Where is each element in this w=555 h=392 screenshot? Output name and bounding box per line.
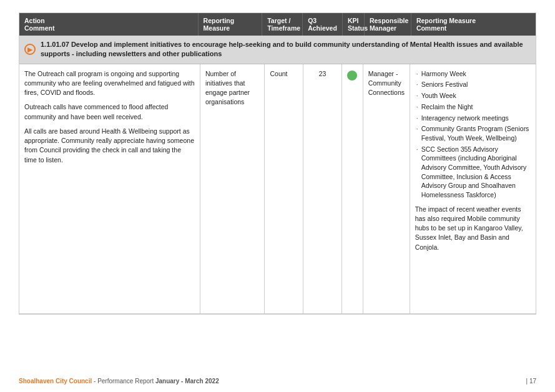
responsible-line1: Manager - [368, 69, 405, 79]
page-footer: Shoalhaven City Council - Performance Re… [19, 378, 536, 385]
responsible-line2: Community [368, 79, 405, 88]
action-para-3: All calls are based around Health & Well… [24, 127, 195, 165]
header-q3: Q3 Achieved [303, 13, 343, 36]
reporting-measure-cell: Number of initiatives that engage partne… [200, 64, 265, 313]
list-item: Harmony Week [415, 69, 531, 79]
initiative-title-row: ▶ 1.1.01.07 Develop and implement initia… [19, 36, 536, 64]
reporting-measure-text: Number of initiatives that engage partne… [205, 70, 250, 106]
footer-page-number: | 17 [526, 378, 537, 385]
header-measure-comment: Reporting Measure Comment [411, 13, 536, 36]
header-kpi: KPI Status [343, 13, 365, 36]
list-item: Interagency network meetings [415, 114, 531, 123]
italic-note: The impact of recent weather events has … [415, 205, 531, 252]
target-value: Count [270, 70, 287, 77]
q3-achieved-cell: 23 [303, 64, 342, 313]
header-responsible: Responsible Manager [365, 13, 411, 36]
responsible-line3: Connections [368, 88, 405, 97]
header-action: Action Comment [19, 13, 199, 36]
target-cell: Count [265, 64, 303, 313]
list-item: Reclaim the Night [415, 102, 531, 112]
footer-separator: - Performance Report [92, 378, 155, 385]
footer-report-period: January - March 2022 [155, 378, 219, 385]
expand-icon[interactable]: ▶ [24, 44, 36, 55]
bullet-list: Harmony Week Seniors Festival Youth Week… [415, 69, 531, 200]
list-item: Seniors Festival [415, 80, 531, 89]
header-target: Target / Timeframe [262, 13, 303, 36]
header-reporting: Reporting Measure [199, 13, 263, 36]
footer-org: Shoalhaven City Council [19, 378, 92, 385]
data-row: The Outreach call program is ongoing and… [19, 64, 536, 314]
table-header: Action Comment Reporting Measure Target … [19, 13, 536, 36]
action-para-1: The Outreach call program is ongoing and… [24, 69, 195, 98]
responsible-manager-cell: Manager - Community Connections [363, 64, 410, 313]
kpi-status-cell [342, 64, 363, 313]
list-item: Community Grants Program (Seniors Festiv… [415, 124, 531, 142]
action-para-2: Outreach calls have commenced to flood a… [24, 102, 195, 121]
list-item: Youth Week [415, 91, 531, 100]
action-comment-cell: The Outreach call program is ongoing and… [19, 64, 200, 313]
kpi-green-dot [347, 71, 357, 81]
measure-comment-cell: Harmony Week Seniors Festival Youth Week… [410, 64, 536, 313]
footer-left: Shoalhaven City Council - Performance Re… [19, 378, 219, 385]
list-item: SCC Section 355 Advisory Committees (inc… [415, 145, 531, 200]
initiative-title: 1.1.01.07 Develop and implement initiati… [41, 40, 531, 59]
q3-value: 23 [319, 70, 327, 77]
